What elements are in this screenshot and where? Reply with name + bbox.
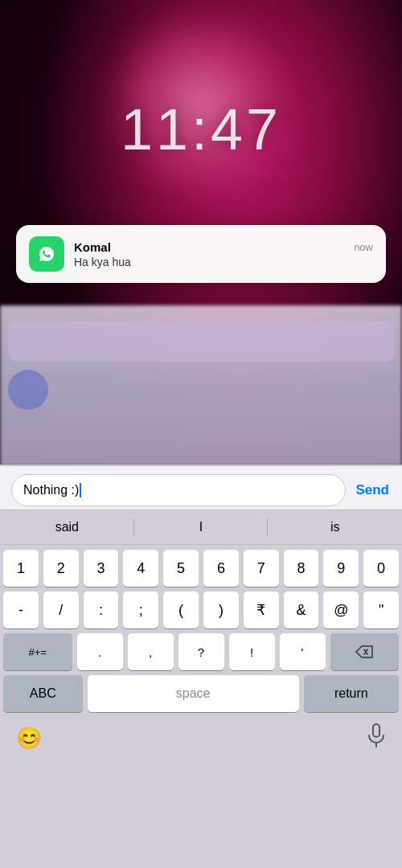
notification-message: Ha kya hua <box>74 256 373 268</box>
app-bg-item2 <box>8 370 48 410</box>
key-dash[interactable]: - <box>3 592 39 628</box>
key-rupee[interactable]: ₹ <box>244 592 279 628</box>
key-exclamation[interactable]: ! <box>229 633 275 670</box>
key-open-paren[interactable]: ( <box>163 592 199 628</box>
key-1[interactable]: 1 <box>3 550 39 587</box>
notification-content: Komal now Ha kya hua <box>74 240 373 268</box>
key-9[interactable]: 9 <box>323 550 359 587</box>
notification-header: Komal now <box>74 240 373 254</box>
key-quote[interactable]: " <box>363 592 399 628</box>
notification-time: now <box>354 241 373 253</box>
key-close-paren[interactable]: ) <box>203 592 239 628</box>
keyboard-row-3: #+= . , ? ! ' <box>0 628 402 670</box>
svg-rect-1 <box>373 724 379 737</box>
notification-sender: Komal <box>74 240 111 254</box>
key-ampersand[interactable]: & <box>284 592 319 628</box>
key-slash[interactable]: / <box>43 592 79 628</box>
autocomplete-said[interactable]: said <box>0 512 134 542</box>
message-input-text: Nothing :) <box>23 483 79 497</box>
key-5[interactable]: 5 <box>163 550 199 587</box>
whatsapp-icon <box>29 236 64 272</box>
key-at[interactable]: @ <box>323 592 359 628</box>
key-4[interactable]: 4 <box>123 550 158 587</box>
key-question[interactable]: ? <box>178 633 224 670</box>
key-apostrophe[interactable]: ' <box>280 633 326 670</box>
autocomplete-is[interactable]: is <box>268 512 402 542</box>
key-3[interactable]: 3 <box>84 550 119 587</box>
key-semicolon[interactable]: ; <box>123 592 158 628</box>
message-input-display[interactable]: Nothing :) <box>11 474 346 506</box>
key-symbols[interactable]: #+= <box>3 633 72 670</box>
autocomplete-bar: said I is <box>0 510 402 545</box>
key-6[interactable]: 6 <box>203 550 239 587</box>
send-button[interactable]: Send <box>354 479 391 502</box>
keyboard-row-numbers: 1 2 3 4 5 6 7 8 9 0 <box>0 545 402 587</box>
app-bg-item1 <box>8 321 394 362</box>
clock: 11:47 <box>121 96 281 162</box>
emoji-icon[interactable]: 😊 <box>16 726 42 751</box>
key-comma[interactable]: , <box>128 633 174 670</box>
keyboard-row-4: ABC space return <box>0 670 402 712</box>
key-space[interactable]: space <box>88 675 299 712</box>
keyboard-utility-row: 😊 <box>0 715 402 753</box>
key-8[interactable]: 8 <box>284 550 319 587</box>
autocomplete-i[interactable]: I <box>134 512 269 542</box>
key-backspace[interactable] <box>330 633 400 670</box>
keyboard-row-special: - / : ; ( ) ₹ & @ " <box>0 587 402 628</box>
key-abc[interactable]: ABC <box>3 675 83 712</box>
notification-card[interactable]: Komal now Ha kya hua <box>16 225 386 283</box>
key-7[interactable]: 7 <box>244 550 279 587</box>
key-period[interactable]: . <box>77 633 123 670</box>
key-colon[interactable]: : <box>84 592 119 628</box>
keyboard: 1 2 3 4 5 6 7 8 9 0 - / : ; ( ) ₹ & @ " … <box>0 545 402 868</box>
text-cursor <box>80 483 81 497</box>
key-return[interactable]: return <box>304 675 399 712</box>
key-2[interactable]: 2 <box>43 550 79 587</box>
key-0[interactable]: 0 <box>363 550 399 587</box>
input-area: Nothing :) Send <box>0 466 402 514</box>
mic-icon[interactable] <box>367 723 386 753</box>
